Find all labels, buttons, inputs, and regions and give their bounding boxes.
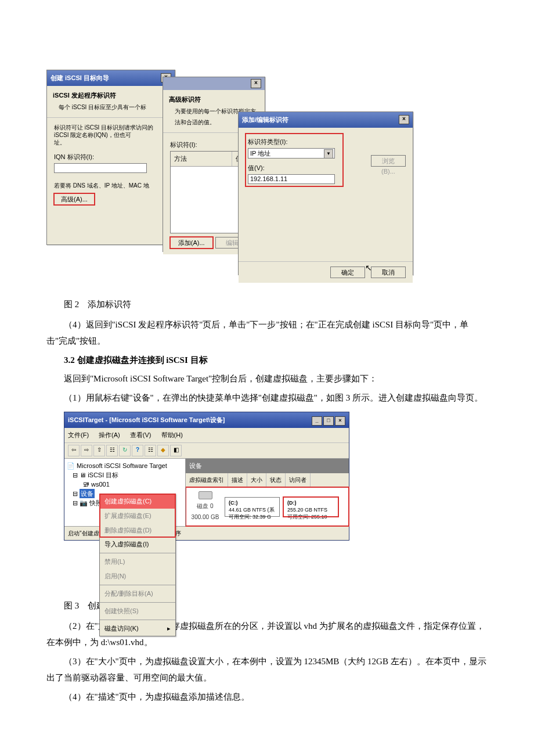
advanced-button[interactable]: 高级(A)... [54,193,95,205]
col-state[interactable]: 状态 [266,473,286,487]
wizard-titlebar: 创建 iSCSI 目标向导 × [47,70,175,86]
value-label: 值(V): [248,162,341,174]
wizard-text: 标识符可让 iSCSI 目标识别请求访问的 iSCSI 限定名称(IQN)，但也… [54,124,168,146]
menu-import-vdisk[interactable]: 导入虚拟磁盘(I) [100,537,175,552]
dns-text: 若要将 DNS 域名、IP 地址、MAC 地 [54,180,168,191]
ok-button[interactable]: 确定 [330,267,365,278]
paragraph: （4）返回到"iSCSI 发起程序标识符"页后，单击"下一步"按钮；在"正在完成… [46,316,488,350]
menu-extend-vdisk: 扩展虚拟磁盘(E) [100,509,175,523]
menu-assign-target: 分配/删除目标(A) [100,586,175,601]
menu-help[interactable]: 帮助(H) [161,431,183,438]
tool2-icon[interactable]: ◆ [157,445,169,456]
tree-target[interactable]: ⊟ 🖥 iSCSI 目标 [67,470,183,480]
id-type-select[interactable]: IP 地址 [248,148,335,159]
menu-create-vdisk[interactable]: 创建虚拟磁盘(C) [100,494,175,509]
menu-enable: 启用(N) [100,569,175,584]
tool-icon[interactable]: ☷ [145,445,156,456]
menu-action[interactable]: 操作(A) [99,431,120,438]
help-icon[interactable]: ? [132,445,143,456]
prop-icon[interactable]: ☷ [106,445,118,456]
add-edit-id-dialog: 添加/编辑标识符 × 标识符类型(I): IP 地址 值(V): 192.168… [238,111,413,275]
close-icon[interactable]: × [399,115,409,124]
rpane-header: 设备 [186,459,349,473]
mmc-window: iSCSITarget - [Microsoft iSCSI Software … [64,412,349,541]
heading-3-2: 3.2 创建虚拟磁盘并连接到 iSCSI 目标 [46,352,488,369]
toolbar[interactable]: ⇦ ⇨ ⇧ ☷ ↻ ? ☷ ◆ ◧ [64,443,349,459]
col-method: 方法 [171,152,232,166]
close-icon[interactable]: × [251,79,261,88]
iqn-input[interactable] [54,163,147,173]
maximize-icon: □ [323,416,334,426]
col-size[interactable]: 大小 [247,473,266,487]
wizard-dialog: 创建 iSCSI 目标向导 × iSCSI 发起程序标识符 每个 iSCSI 目… [46,70,175,245]
context-menu[interactable]: 创建虚拟磁盘(C) 扩展虚拟磁盘(E) 删除虚拟磁盘(D) 导入虚拟磁盘(I) … [99,494,176,636]
menu-bar[interactable]: 文件(F) 操作(A) 查看(V) 帮助(H) [64,428,349,443]
paragraph: （4）在"描述"页中，为虚拟磁盘添加描述信息。 [46,689,488,705]
tree-ws001[interactable]: 🖳 ws001 [67,480,183,489]
iqn-label: IQN 标识符(I): [54,151,168,163]
disk-panel: 磁盘 0 300.00 GB (C:) 44.61 GB NTFS (系 可用空… [186,487,349,526]
partition-c[interactable]: (C:) 44.61 GB NTFS (系 可用空间: 32.39 G [225,497,280,517]
status-left: 启动"创建虚 [68,528,99,539]
rpane-columns[interactable]: 虚拟磁盘索引 描述 大小 状态 访问者 [186,473,349,487]
mmc-titlebar: iSCSITarget - [Microsoft iSCSI Software … [64,412,349,428]
minimize-icon: _ [312,416,322,426]
figure-2-screenshot: 创建 iSCSI 目标向导 × iSCSI 发起程序标识符 每个 iSCSI 目… [46,70,488,290]
back-icon[interactable]: ⇦ [68,445,80,456]
browse-button[interactable]: 浏览(B)... [371,155,406,167]
menu-disk-access[interactable]: 磁盘访问(K)▸ [100,621,175,636]
paragraph: （1）用鼠标右键"设备"，在弹出的快捷菜单中选择"创建虚拟磁盘"，如图 3 所示… [46,390,488,406]
col-desc[interactable]: 描述 [228,473,247,487]
wizard-subdesc: 每个 iSCSI 目标应至少具有一个标 [59,102,169,113]
cancel-button[interactable]: 取消 [371,267,406,278]
disk-0: 磁盘 0 300.00 GB [189,491,221,523]
up-icon[interactable]: ⇧ [93,445,105,456]
wizard-subtitle: iSCSI 发起程序标识符 [53,89,169,102]
add-button[interactable]: 添加(A)... [170,237,213,249]
paragraph: （3）在"大小"页中，为虚拟磁盘设置大小，在本例中，设置为 12345MB（大约… [46,653,488,686]
adv-subtitle: 高级标识符 [169,93,259,106]
tool3-icon[interactable]: ◧ [170,445,182,456]
tree-pane[interactable]: 📄 Microsoft iSCSI Software Target ⊟ 🖥 iS… [64,459,186,526]
menu-create-snapshot: 创建快照(S) [100,604,175,618]
right-pane: 设备 虚拟磁盘索引 描述 大小 状态 访问者 磁盘 0 300.00 GB [186,459,349,526]
paragraph: 返回到"Microsoft iSCSI Software Target"控制台后… [46,370,488,387]
forward-icon[interactable]: ⇨ [81,445,92,456]
figure-3-screenshot: iSCSITarget - [Microsoft iSCSI Software … [46,412,488,592]
refresh-icon[interactable]: ↻ [119,445,131,456]
wizard-title: 创建 iSCSI 目标向导 [50,72,109,84]
menu-view[interactable]: 查看(V) [130,431,151,438]
tree-root[interactable]: 📄 Microsoft iSCSI Software Target [67,461,183,470]
dlg3-title: 添加/编辑标识符 [242,114,288,126]
menu-file[interactable]: 文件(F) [68,431,89,438]
mmc-title-text: iSCSITarget - [Microsoft iSCSI Software … [68,414,225,426]
col-accessor[interactable]: 访问者 [286,473,311,487]
mouse-cursor-icon: ↖ [365,260,372,276]
col-index[interactable]: 虚拟磁盘索引 [186,473,228,487]
window-controls[interactable]: _□× [311,414,345,426]
menu-disable: 禁用(L) [100,555,175,569]
id-type-label: 标识符类型(I): [248,136,341,148]
figure-2-caption: 图 2 添加标识符 [46,296,488,313]
menu-delete-vdisk: 删除虚拟磁盘(D) [100,523,175,538]
disk-icon [199,491,212,499]
value-input[interactable]: 192.168.1.11 [248,174,335,184]
close-icon: × [335,416,345,426]
partition-d[interactable]: (D:) 255.20 GB NTFS 可用空间: 255.10 [283,497,338,517]
